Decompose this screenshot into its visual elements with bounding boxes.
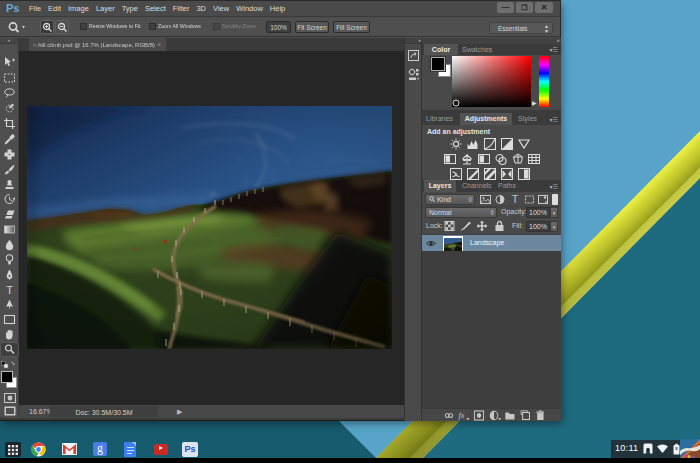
svg-text:T: T: [512, 194, 518, 205]
svg-text:fx: fx: [459, 410, 465, 420]
svg-text:T: T: [6, 284, 13, 296]
